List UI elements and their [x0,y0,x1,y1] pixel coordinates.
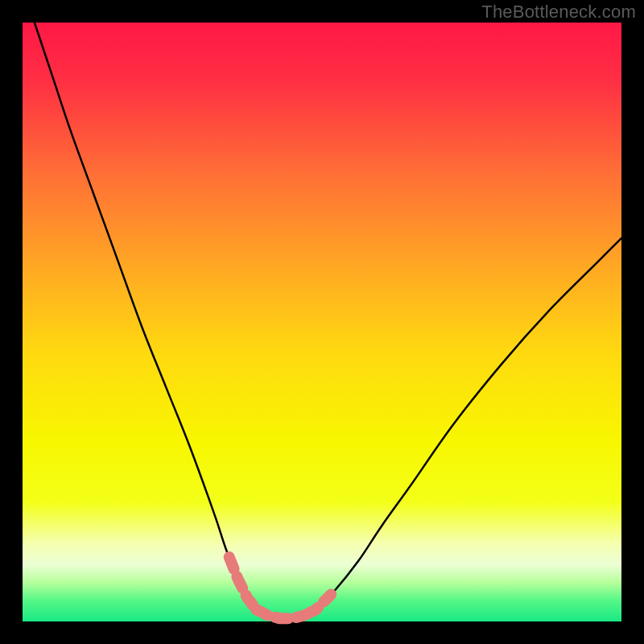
plot-background [23,23,621,621]
watermark-text: TheBottleneck.com [481,2,636,23]
chart-frame: TheBottleneck.com [0,0,644,644]
bottleneck-chart [0,0,644,644]
